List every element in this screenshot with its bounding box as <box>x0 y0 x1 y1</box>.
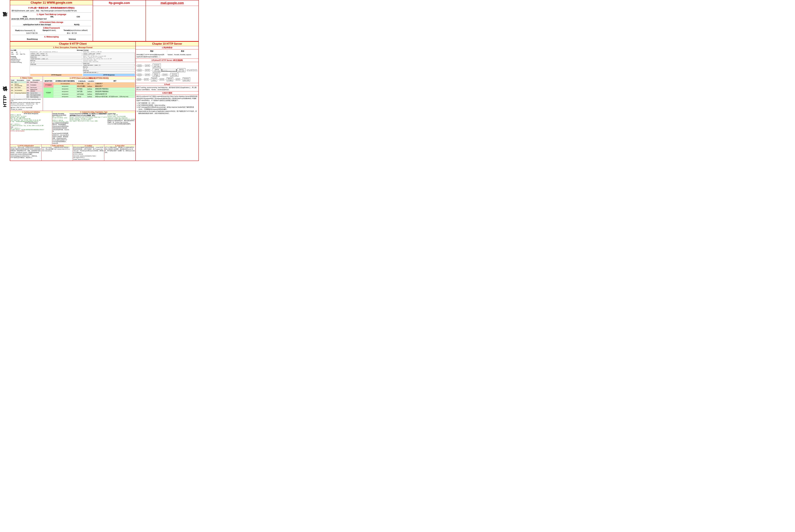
port-row-https: https 443 http+TSL <box>11 53 29 55</box>
arch4-http3: HTTP <box>176 78 180 80</box>
transfer-code: GET / HTTP/1.1 Accept-Encoding: gzip HTT… <box>53 116 69 122</box>
code-501-empty1 <box>11 94 15 96</box>
status-codes-table: Code Description Code Description 200 OK… <box>11 79 42 98</box>
section1-container: 1. Port, Encryption, Framing, Message Fo… <box>10 46 135 77</box>
code-404-desc: Not Found <box>30 87 42 89</box>
arch2-client: client <box>137 69 142 72</box>
resp-version: version ↓ | status code ↓ | phrase ↓ <box>84 53 134 54</box>
section2-title: 2. Status Codes <box>11 77 42 79</box>
arch4-arrow2: → <box>149 78 151 80</box>
section1-content: Port 加密 http 80 / https 443 <box>10 49 135 76</box>
section4-tech: Beautifulsoup Selenium <box>12 38 91 40</box>
port-443: 443 <box>16 53 20 55</box>
port-table-container: Port 加密 http 80 / https 443 <box>10 49 30 76</box>
arch-row-1: client → HTTP → Gunicornyour code <box>137 64 198 68</box>
code-304-val: 304 <box>11 89 15 92</box>
section3-title: 3.Web Framework <box>12 27 91 29</box>
method-options: idempotent OPTIONS /url/xxx 查找Path是否工作 <box>43 93 135 96</box>
code-301-val: 301 <box>11 83 15 87</box>
chapter9-header: Chapter 9 HTTP Client <box>10 42 135 46</box>
top-content: Chapter 11 WWW.google.com 0 URL(统一资源定位符，… <box>10 0 199 41</box>
code2-th: Code <box>26 79 30 81</box>
css-label: CSS <box>77 16 80 18</box>
bottom-six-row: 4. Caching and Validation HTTP Server Re… <box>10 111 135 145</box>
top-section: 域名 Chapter 11 WWW.google.com 0 URL(统一资源定… <box>0 0 199 41</box>
code-501-desc: Not Implemented <box>30 94 42 96</box>
q2-label: Q2 raise: urllib: not raise: requests(提示… <box>11 107 42 110</box>
arch3-arrow2: → <box>150 74 152 76</box>
mail-header: mail.google.com <box>146 0 198 6</box>
put-method: PUT(改) <box>77 88 87 90</box>
arch2-daemon: daemonyour code <box>177 68 185 72</box>
code-404-val: 404 <box>26 87 30 89</box>
www-content: 0 URL(统一资源定位符，用来描述超媒体的引用地址) 通常包括hostname… <box>10 5 93 41</box>
code-200-desc: OK <box>15 81 26 83</box>
framing-2: Content-Length <box>11 60 29 62</box>
paas-content: 提供了caching, reverse-proxing, load balanc… <box>136 86 198 91</box>
resp-header-label: Header lines <box>83 63 135 64</box>
section1-title: 1. Port, Encryption, Framing, Message Fo… <box>10 46 135 49</box>
section1-js: javascript, DOM, json, chrome developer … <box>12 18 91 20</box>
framing-3: Chunked-encoding <box>11 62 29 63</box>
http-server-col: Chapter 10 HTTP Server 1.同步和异步 同步 异步 WSG… <box>136 42 198 160</box>
section5-title: 5. Content Encoding, Negotiation, Type <box>53 111 135 113</box>
path-label: Path <box>11 126 52 128</box>
code-405-desc: Method Not Allowed <box>30 89 42 92</box>
code-307: 307 Temporary Redirect 500 Server Error <box>11 92 42 94</box>
idempotent-delete-label: idempotent <box>53 85 77 88</box>
code-303-val: 303 <box>11 87 15 89</box>
arch2-apache: Apachemod_wsgi <box>153 68 161 72</box>
arch4-arrow5: → <box>174 78 175 80</box>
delete-location: /url/xxx <box>87 85 95 88</box>
tool2: 默认一套工具 <box>67 32 77 34</box>
html-label: HTML <box>23 16 28 18</box>
page-wrapper: 域名 Chapter 11 WWW.google.com 0 URL(统一资源定… <box>0 0 199 161</box>
th-methods: 6 Methods <box>77 80 87 82</box>
idempotent-head-label: idempotent <box>53 96 77 98</box>
method-put: 可逆操作 idempotent PUT(改) /url/xxx 更新某用户邮箱地… <box>43 88 135 90</box>
arch4-apache: Apacheor nginx <box>167 77 173 81</box>
arch-row-2: client → HTTP → Apachemod_wsgi - - - -→ … <box>137 68 198 72</box>
async-items: Twisted，Tornado, Eventlet, asyncio <box>167 54 198 58</box>
req-entity-box <box>31 65 82 66</box>
code-501: 501 Not Implemented <box>11 94 42 96</box>
arch1-gunicorn: Gunicornyour code <box>153 64 161 68</box>
response-diagram: Status line — HTTP/1.1 200 OK version ↓ … <box>83 51 135 74</box>
irreversible-label: 不可逆操作 <box>43 82 54 88</box>
code-200-val: 200 <box>11 81 15 83</box>
req-entity-label: Entity body <box>30 64 83 65</box>
http-response-label: HTTP Response <box>83 74 135 76</box>
bottom-four-row: 6. HTTP Authentication 在HTTP中，基本认证是一种用来允… <box>10 145 135 160</box>
arch-row-3: client → HTTP → Apacheor nginx → HTTP → … <box>137 73 198 77</box>
framing-label: Framing <box>11 56 29 57</box>
tool1: 合自己可选工具 <box>26 32 38 34</box>
section9-title: 9. Keep-Alive <box>105 145 135 147</box>
code-501-val: 501 <box>26 94 30 96</box>
rest-item-4: Hypermedia as the engine of application … <box>138 110 198 114</box>
method-head: idempotent HEAD /url/xxx 查找request是否正确，但… <box>43 96 135 98</box>
arch3-http2: HTTP <box>163 74 167 76</box>
port-tls: http+TSL <box>20 53 29 55</box>
method-delete: idempotent DELETE(删) /url/xxx 删除某用户 <box>43 85 135 88</box>
resp-example: Connection: closeDate: Tue, 09 Aug 2011 … <box>84 54 134 62</box>
delete-method: DELETE(删) <box>77 85 87 88</box>
req-header-field-name: header field name: ↓ | value ↓ | if ↓ <box>31 55 82 56</box>
idempotent-put-label: idempotent <box>53 88 77 90</box>
bottom-content: Chapter 9 HTTP Client 1. Port, Encryptio… <box>10 41 199 161</box>
content-type-col: Content-Type HTTP/1.1 200 OK Content-Typ… <box>107 113 135 144</box>
req-resp-labels: HTTP Request HTTP Response <box>30 74 135 76</box>
th-example: 例子 <box>95 80 135 82</box>
port-header: Port 加密 <box>11 50 29 51</box>
reversible-label: 可逆操作 <box>43 88 54 98</box>
sync-label: 同步 <box>137 50 167 52</box>
arch4-varnish: Varnishproxy <box>151 77 157 81</box>
resp-version-status: version ↓ | status code ↓ | phrase ↓ Con… <box>83 53 135 63</box>
arch2-dashed: - - - -→ <box>162 69 177 72</box>
arch3-arrow1: → <box>143 74 144 76</box>
content-neg-label: Content Negotiation(内容协商) client告诉Server… <box>70 113 107 116</box>
server-section3: 3.PaaS 提供了caching, reverse-proxing, load… <box>136 83 198 92</box>
code-405-val: 405 <box>26 89 30 92</box>
wsgi-text: WSGI(规定了HTTP Server(接收request)和Applicati… <box>137 54 167 58</box>
transfer-enc-col: Transfer Encoding (invisible to end user… <box>53 113 69 144</box>
arch4-client: client <box>137 78 142 81</box>
